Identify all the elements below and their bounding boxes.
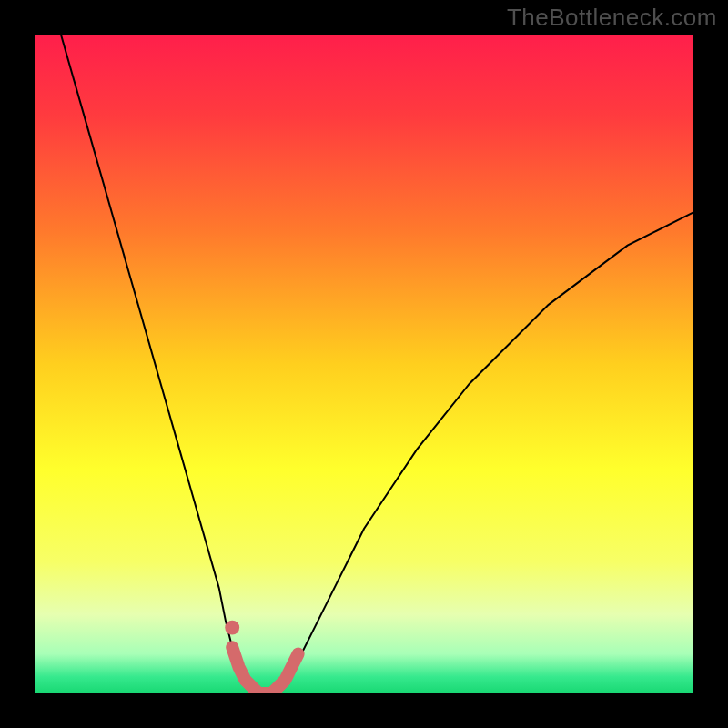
watermark-text: TheBottleneck.com [507,4,717,32]
chart-container: { "watermark": "TheBottleneck.com", "col… [0,0,728,728]
optimal-zone-marker [232,647,298,693]
marker-dot-left [225,621,239,635]
plot-area [35,35,693,693]
bottleneck-curve [35,35,693,693]
